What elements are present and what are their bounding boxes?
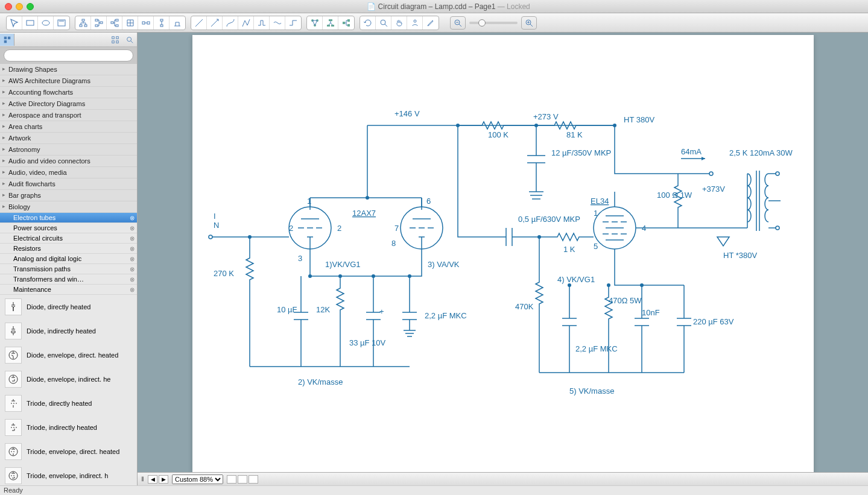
shape-list[interactable]: Diode, directly heatedDiode, indirectly … — [0, 295, 137, 485]
library-tab[interactable] — [0, 34, 14, 46]
line6[interactable] — [270, 16, 285, 30]
shape-item[interactable]: Diode, indirectly heated — [0, 319, 137, 343]
pointer-tool[interactable] — [7, 16, 22, 30]
lbl-r81k: 81 K — [566, 130, 583, 139]
page-tab-2[interactable] — [238, 475, 247, 484]
shape-item[interactable]: Triode, directly heated — [0, 391, 137, 415]
subcategory-item[interactable]: Maintenance⊗ — [0, 285, 137, 295]
lbl-v273: +273 V — [533, 112, 559, 121]
category-item[interactable]: Audio, video, media — [0, 167, 137, 178]
svg-point-27 — [414, 20, 416, 22]
shape-item[interactable]: Diode, directly heated — [0, 295, 137, 319]
grid-view-icon[interactable] — [108, 34, 122, 46]
zoom-window-button[interactable] — [27, 3, 34, 10]
category-item[interactable]: Audit flowcharts — [0, 178, 137, 190]
line4[interactable] — [238, 16, 254, 30]
shape-item[interactable]: Diode, envelope, direct. heated — [0, 343, 137, 367]
svg-rect-20 — [329, 19, 332, 21]
subcategory-item[interactable]: Electrical circuits⊗ — [0, 233, 137, 244]
subcategory-item[interactable]: Power sources⊗ — [0, 223, 137, 233]
tree6[interactable] — [154, 16, 169, 30]
subcategory-item[interactable]: Resistors⊗ — [0, 244, 137, 254]
shape-item[interactable]: Triode, indirectly heated — [0, 415, 137, 440]
layout1[interactable] — [307, 16, 323, 30]
subcategory-item[interactable]: Transmission paths⊗ — [0, 264, 137, 274]
page-next[interactable]: ▶ — [159, 475, 168, 484]
close-icon[interactable]: ⊗ — [130, 276, 135, 283]
page-tab-3[interactable] — [249, 475, 258, 484]
hscroll-grip[interactable]: ⦀ — [141, 475, 144, 483]
reload-icon[interactable] — [360, 16, 376, 30]
shape-item[interactable]: Diode, envelope, indirect. he — [0, 367, 137, 391]
person-icon[interactable] — [407, 16, 423, 30]
minimize-window-button[interactable] — [16, 3, 23, 10]
close-icon[interactable]: ⊗ — [130, 266, 135, 273]
close-icon[interactable]: ⊗ — [130, 256, 135, 262]
category-item[interactable]: Bar graphs — [0, 190, 137, 201]
layout2[interactable] — [323, 16, 338, 30]
category-item[interactable]: Biology — [0, 201, 137, 213]
canvas-scroll[interactable]: 100 K 81 K +146 V +273 V HT 380V 12 µF/3… — [138, 33, 868, 472]
tree7[interactable] — [169, 16, 185, 30]
category-item[interactable]: Audio and video connectors — [0, 156, 137, 167]
category-item[interactable]: Artwork — [0, 133, 137, 144]
zoom-knob[interactable] — [478, 19, 486, 27]
svg-rect-22 — [331, 25, 334, 27]
subcategory-item[interactable]: Transformers and win…⊗ — [0, 274, 137, 285]
tree1[interactable] — [75, 16, 91, 30]
tree3[interactable] — [107, 16, 122, 30]
category-list[interactable]: Drawing ShapesAWS Architecture DiagramsA… — [0, 64, 137, 213]
svg-text:+: + — [379, 307, 384, 316]
zoom-out-button[interactable] — [450, 16, 466, 30]
page-prev[interactable]: ◀ — [148, 475, 157, 484]
ellipse-tool[interactable] — [38, 16, 54, 30]
line1[interactable] — [191, 16, 207, 30]
line3[interactable] — [223, 16, 238, 30]
close-icon[interactable]: ⊗ — [130, 245, 135, 252]
subcategory-item[interactable]: Analog and digital logic⊗ — [0, 254, 137, 264]
canvas-bottom-bar: ⦀ ◀ ▶ Custom 88% — [138, 472, 868, 485]
search-input[interactable] — [4, 49, 133, 61]
tree5[interactable] — [138, 16, 154, 30]
close-window-button[interactable] — [5, 3, 12, 10]
line2[interactable] — [207, 16, 223, 30]
line5[interactable] — [254, 16, 270, 30]
page-canvas[interactable]: 100 K 81 K +146 V +273 V HT 380V 12 µF/3… — [192, 35, 814, 472]
layout3[interactable] — [338, 16, 354, 30]
lbl-t25k: 2,5 K 120mA 30W — [729, 148, 793, 157]
category-item[interactable]: Accounting flowcharts — [0, 87, 137, 98]
shape-item[interactable]: Triode, envelope, indirect. h — [0, 464, 137, 485]
search-tab-icon[interactable] — [122, 34, 137, 46]
zoom-track[interactable] — [469, 22, 518, 24]
hand-icon[interactable] — [391, 16, 407, 30]
zoom-slider — [450, 16, 537, 30]
close-icon[interactable]: ⊗ — [130, 235, 135, 242]
view-tools — [360, 16, 439, 30]
tree4[interactable] — [122, 16, 138, 30]
category-item[interactable]: Astronomy — [0, 144, 137, 156]
close-icon[interactable]: ⊗ — [130, 215, 135, 221]
shape-item[interactable]: Triode, envelope, direct. heated — [0, 440, 137, 464]
tree2[interactable] — [91, 16, 107, 30]
svg-point-46 — [776, 226, 779, 230]
close-icon[interactable]: ⊗ — [130, 225, 135, 232]
shape-icon — [5, 347, 22, 364]
zoom-select[interactable]: Custom 88% — [172, 475, 223, 484]
page-tab-1[interactable] — [227, 475, 236, 484]
line7[interactable] — [285, 16, 301, 30]
zoom-icon[interactable] — [376, 16, 391, 30]
pencil-icon[interactable] — [423, 16, 439, 30]
category-item[interactable]: AWS Architecture Diagrams — [0, 75, 137, 87]
subcategory-item[interactable]: Electron tubes⊗ — [0, 213, 137, 223]
category-item[interactable]: Area charts — [0, 121, 137, 133]
lbl-c220uf: 220 µF 63V — [693, 317, 734, 326]
zoom-in-button[interactable] — [521, 16, 537, 30]
category-item[interactable]: Drawing Shapes — [0, 64, 137, 75]
rect-tool[interactable] — [22, 16, 38, 30]
category-item[interactable]: Active Directory Diagrams — [0, 98, 137, 110]
svg-rect-34 — [116, 36, 119, 39]
text-tool[interactable] — [54, 16, 69, 30]
close-icon[interactable]: ⊗ — [130, 286, 135, 293]
category-item[interactable]: Aerospace and transport — [0, 110, 137, 121]
lbl-c33uf: 33 µF 10V — [349, 338, 386, 347]
